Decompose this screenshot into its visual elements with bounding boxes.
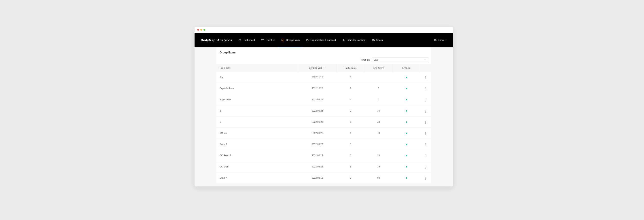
nav-label: Organization Flashcard <box>310 39 336 41</box>
table-row[interactable]: Exam A2022/08/16280 <box>216 172 431 184</box>
filter-select[interactable]: Date ﹀ <box>372 57 428 62</box>
filter-row: Filter By: Date ﹀ <box>216 57 431 64</box>
row-menu-button[interactable] <box>424 98 427 102</box>
check-icon <box>281 39 284 42</box>
row-menu-button[interactable] <box>424 120 427 124</box>
col-enabled[interactable]: Enabled <box>392 64 420 72</box>
user-name: CJ Chao <box>434 39 444 41</box>
table-row[interactable]: YM test2022/09/23170 <box>216 128 431 139</box>
row-menu-button[interactable] <box>424 76 427 80</box>
cell-exam-title: angel's test <box>216 94 298 105</box>
nav-item-difficulty-ranking[interactable]: Difficulty Ranking <box>339 33 369 48</box>
col-label: Exam Title <box>220 67 230 69</box>
enabled-dot-icon <box>406 144 407 145</box>
user-menu[interactable]: CJ Chao ﹀ <box>434 39 447 42</box>
cell-avg-score: 70 <box>364 128 392 139</box>
table-row[interactable]: Crystal's Exam2022/10/2820 <box>216 83 431 94</box>
table-row[interactable]: CC Exam 22022/08/24333 <box>216 150 431 161</box>
enabled-dot-icon <box>406 155 407 156</box>
cell-avg-score: 0 <box>364 94 392 105</box>
cell-participants: 3 <box>337 161 365 172</box>
col-label: Enabled <box>402 67 410 69</box>
brand: BodyMap Analytics <box>201 38 232 42</box>
enabled-dot-icon <box>406 122 407 123</box>
row-menu-button[interactable] <box>424 154 427 158</box>
cell-enabled <box>392 172 420 184</box>
col-exam-title[interactable]: Exam Title <box>216 64 298 72</box>
doc-icon <box>306 39 309 42</box>
table-row[interactable]: 12022/09/23130 <box>216 116 431 128</box>
col-actions <box>420 64 431 72</box>
cell-actions <box>420 128 431 139</box>
cell-created-date: 2022/09/22 <box>298 139 337 150</box>
nav-label: Difficulty Ranking <box>346 39 366 41</box>
nav-item-quiz-list[interactable]: Quiz List <box>258 33 278 48</box>
col-label: Created Date <box>309 67 322 69</box>
row-menu-button[interactable] <box>424 87 427 91</box>
nav-label: Users <box>376 39 383 41</box>
cell-avg-score: 39 <box>364 161 392 172</box>
cell-enabled <box>392 128 420 139</box>
svg-rect-6 <box>282 39 284 41</box>
col-participants[interactable]: Participants <box>337 64 365 72</box>
cell-participants: 0 <box>337 72 365 83</box>
table-row[interactable]: 22022/09/23235 <box>216 105 431 116</box>
table-row[interactable]: CC Exam2022/08/24339 <box>216 161 431 172</box>
chevron-down-icon: ﹀ <box>445 39 447 42</box>
cell-created-date: 2022/09/27 <box>298 94 337 105</box>
exam-table: Exam Title Created Date ﹀ Participants A… <box>216 64 431 183</box>
app-window: BodyMap Analytics DashboardQuiz ListGrou… <box>194 27 453 186</box>
row-menu-button[interactable] <box>424 132 427 136</box>
cell-created-date: 2022/09/23 <box>298 128 337 139</box>
col-avg-score[interactable]: Avg. Score <box>364 64 392 72</box>
cell-created-date: 2022/09/23 <box>298 105 337 116</box>
cell-participants: 2 <box>337 105 365 116</box>
window-close-icon[interactable] <box>197 29 199 31</box>
cell-actions <box>420 116 431 128</box>
table-header-row: Exam Title Created Date ﹀ Participants A… <box>216 64 431 72</box>
cell-enabled <box>392 72 420 83</box>
nav-label: Group Exam <box>286 39 300 41</box>
chevron-down-icon: ﹀ <box>424 58 426 61</box>
cell-exam-title: 2 <box>216 105 298 116</box>
row-menu-button[interactable] <box>424 143 427 147</box>
nav-item-dashboard[interactable]: Dashboard <box>235 33 258 48</box>
nav-item-group-exam[interactable]: Group Exam <box>278 33 303 48</box>
row-menu-button[interactable] <box>424 109 427 113</box>
row-menu-button[interactable] <box>424 176 427 180</box>
cell-avg-score: 30 <box>364 116 392 128</box>
table-row[interactable]: Exam 12022/09/220 <box>216 139 431 150</box>
card: Group Exam Filter By: Date ﹀ Exam Title <box>216 48 431 183</box>
table-row[interactable]: angel's test2022/09/2740 <box>216 94 431 105</box>
col-created-date[interactable]: Created Date ﹀ <box>298 64 337 72</box>
sort-desc-icon: ﹀ <box>324 67 326 69</box>
cell-exam-title: Crystal's Exam <box>216 83 298 94</box>
cell-enabled <box>392 150 420 161</box>
cell-avg-score: 35 <box>364 105 392 116</box>
enabled-dot-icon <box>406 110 407 112</box>
cell-avg-score: 0 <box>364 83 392 94</box>
cell-actions <box>420 150 431 161</box>
cell-exam-title: CC Exam <box>216 161 298 172</box>
enabled-dot-icon <box>406 132 407 134</box>
content-area: Group Exam Filter By: Date ﹀ Exam Title <box>194 48 453 186</box>
cell-participants: 1 <box>337 116 365 128</box>
row-menu-button[interactable] <box>424 165 427 169</box>
nav-item-users[interactable]: Users <box>369 33 386 48</box>
window-minimize-icon[interactable] <box>200 29 202 31</box>
brand-subtitle: Analytics <box>217 38 232 42</box>
cell-actions <box>420 94 431 105</box>
table-row[interactable]: Joy2022/11/100 <box>216 72 431 83</box>
window-zoom-icon[interactable] <box>204 29 205 31</box>
cell-created-date: 2022/08/24 <box>298 150 337 161</box>
cell-created-date: 2022/10/28 <box>298 83 337 94</box>
cell-exam-title: Exam A <box>216 172 298 184</box>
nav-item-organization-flashcard[interactable]: Organization Flashcard <box>303 33 339 48</box>
cell-created-date: 2022/08/24 <box>298 161 337 172</box>
cell-actions <box>420 139 431 150</box>
cell-enabled <box>392 105 420 116</box>
window-titlebar <box>194 27 453 33</box>
cell-exam-title: 1 <box>216 116 298 128</box>
brand-name: BodyMap <box>201 38 215 42</box>
cell-actions <box>420 172 431 184</box>
